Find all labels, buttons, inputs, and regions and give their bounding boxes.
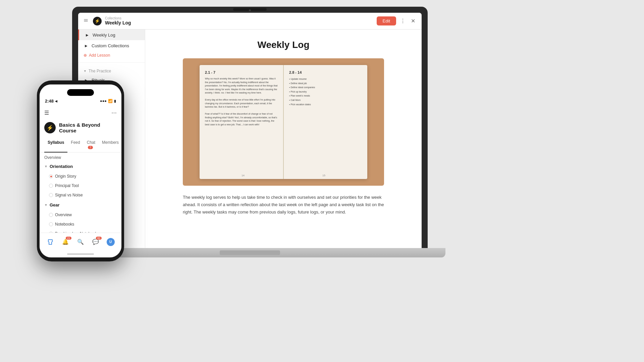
expand-icon: ▶ [85, 32, 90, 38]
dynamic-island [67, 89, 94, 96]
list-item: Plan week's meals [289, 94, 362, 98]
course-title: Basics & Beyond Course [59, 122, 117, 133]
lesson-bullet [49, 184, 53, 188]
sidebar-section-practice[interactable]: ▼ The Practice [78, 65, 145, 75]
phone-bottom-bar: 🔔 21 🔍 💬 60 U [40, 233, 121, 251]
section-orientation[interactable]: ▼ Orientation [40, 161, 121, 172]
lesson-bullet [49, 213, 53, 217]
wifi-icon: 📶 [108, 99, 113, 103]
avatar: U [107, 238, 115, 246]
section-label: Gear [50, 202, 60, 207]
sidebar-item-label: Custom Collections [92, 43, 129, 48]
right-page-num: 15 [322, 174, 325, 177]
phone: 2:48 ◂ ●●● 📶 ▮ ☰ ⋯ ⚡ Basics & Beyond Cou… [37, 80, 124, 261]
phone-more-icon[interactable]: ⋯ [111, 110, 117, 116]
signal-icon: ●●● [100, 99, 107, 103]
chat-count-badge: 60 [96, 237, 102, 240]
tab-feed[interactable]: Feed [67, 137, 83, 152]
add-icon: ⊕ [84, 53, 87, 58]
sidebar-item-weekly-log[interactable]: ▶ Weekly Log [78, 29, 145, 40]
sidebar-item-label: Weekly Log [93, 33, 115, 38]
bottom-tab-search[interactable]: 🔍 [76, 238, 85, 246]
chat-badge: 7 [88, 146, 93, 149]
notification-badge: 21 [66, 237, 71, 240]
lesson-breaking-in-notebook[interactable]: Breaking In a Notebook [40, 229, 121, 233]
main-content: Weekly Log 2.1 - 7 Why so much anxiety t… [145, 29, 422, 248]
lesson-origin-story[interactable]: Origin Story [40, 172, 121, 181]
lesson-label: Principal Tool [55, 183, 79, 188]
close-icon[interactable]: ✕ [410, 18, 416, 24]
more-options-icon[interactable]: ⋮ [399, 18, 406, 24]
breadcrumb: Collections Weekly Log [105, 16, 131, 25]
left-text: Why so much anxiety this week? More so t… [205, 77, 278, 126]
home-bar [67, 253, 94, 255]
content-description: The weekly log serves to help us take ti… [183, 194, 384, 216]
arrow-icon: ▼ [44, 165, 48, 168]
list-item: Define ideal companies [289, 85, 362, 90]
bottom-tab-profile[interactable]: U [107, 238, 115, 246]
section-label: The Practice [89, 69, 111, 73]
course-title-row: ⚡ Basics & Beyond Course [44, 122, 117, 133]
lesson-label: Overview [55, 213, 72, 217]
home-indicator [40, 251, 121, 257]
sidebar-add-lesson[interactable]: ⊕ Add Lesson [78, 51, 145, 60]
right-list: Update resume Define ideal job Define id… [289, 77, 362, 107]
tab-syllabus[interactable]: Syllabus [44, 137, 67, 152]
lesson-bullet [49, 174, 53, 178]
app-header-left: ⚡ Collections Weekly Log [84, 16, 131, 25]
notebook-pages: 2.1 - 7 Why so much anxiety this week? M… [200, 65, 367, 179]
phone-time: 2:48 ◂ [45, 99, 57, 104]
section-gear[interactable]: ▼ Gear [40, 200, 121, 210]
right-date: 2.8 - 14 [289, 70, 362, 74]
lesson-principal-tool[interactable]: Principal Tool [40, 181, 121, 190]
lesson-notebooks[interactable]: Notebooks [40, 220, 121, 229]
edit-button[interactable]: Edit [377, 16, 396, 25]
notebook-image: 2.1 - 7 Why so much anxiety this week? M… [183, 58, 384, 186]
list-item: Pick up laundry [289, 90, 362, 94]
header-actions: Edit ⋮ ✕ [377, 16, 416, 25]
bottom-tab-chat[interactable]: 💬 60 [92, 238, 100, 246]
lesson-label: Signal vs Noise [55, 193, 83, 197]
sidebar-item-custom-collections[interactable]: ▶ Custom Collections [78, 40, 145, 51]
phone-content: Overview ▼ Orientation Origin Story Prin… [40, 153, 121, 233]
chat-icon: 💬 60 [92, 238, 100, 246]
notebook-right-page: 2.8 - 14 Update resume Define ideal job … [284, 65, 367, 179]
left-page-num: 14 [241, 174, 245, 177]
hamburger-icon[interactable]: ☰ [44, 110, 49, 116]
list-item: Define ideal job [289, 81, 362, 86]
tab-members[interactable]: Members [99, 137, 121, 152]
course-logo: ⚡ [44, 122, 56, 133]
lesson-label: Origin Story [55, 174, 76, 179]
app-logo: ⚡ [93, 17, 102, 25]
phone-tabs: Syllabus Feed Chat 7 Members [40, 137, 121, 153]
lesson-signal-vs-noise[interactable]: Signal vs Noise [40, 190, 121, 200]
app-header: ⚡ Collections Weekly Log Edit ⋮ ✕ [78, 13, 422, 29]
arrow-icon: ▼ [44, 203, 48, 207]
home-icon [46, 238, 54, 246]
list-item: Update resume [289, 77, 362, 81]
collapse-icon[interactable] [84, 18, 90, 24]
lesson-overview[interactable]: Overview [40, 210, 121, 220]
laptop: ⚡ Collections Weekly Log Edit ⋮ ✕ ▶ [72, 7, 428, 268]
lesson-label: Notebooks [55, 222, 74, 227]
section-arrow: ▼ [84, 69, 87, 73]
add-lesson-label: Add Lesson [89, 53, 110, 58]
notebook-left-page: 2.1 - 7 Why so much anxiety this week? M… [200, 65, 284, 179]
tab-chat[interactable]: Chat 7 [84, 137, 99, 152]
phone-screen: 2:48 ◂ ●●● 📶 ▮ ☰ ⋯ ⚡ Basics & Beyond Cou… [40, 84, 121, 257]
lesson-bullet [49, 222, 53, 226]
bottom-tab-home[interactable] [46, 238, 54, 246]
app-body: ▶ Weekly Log ▶ Custom Collections ⊕ Add … [78, 29, 422, 248]
bell-icon: 🔔 21 [61, 238, 69, 246]
sidebar-divider [78, 62, 145, 63]
overview-label: Overview [40, 153, 121, 161]
battery-icon: ▮ [114, 99, 116, 103]
laptop-trackpad [220, 250, 280, 255]
phone-status-bar: 2:48 ◂ ●●● 📶 ▮ [40, 96, 121, 106]
left-date: 2.1 - 7 [205, 70, 278, 74]
phone-status-icons: ●●● 📶 ▮ [100, 99, 116, 103]
bottom-tab-notifications[interactable]: 🔔 21 [61, 238, 69, 246]
laptop-screen: ⚡ Collections Weekly Log Edit ⋮ ✕ ▶ [78, 13, 422, 248]
lesson-bullet [49, 193, 53, 197]
list-item: Pick vacation dates [289, 103, 362, 107]
